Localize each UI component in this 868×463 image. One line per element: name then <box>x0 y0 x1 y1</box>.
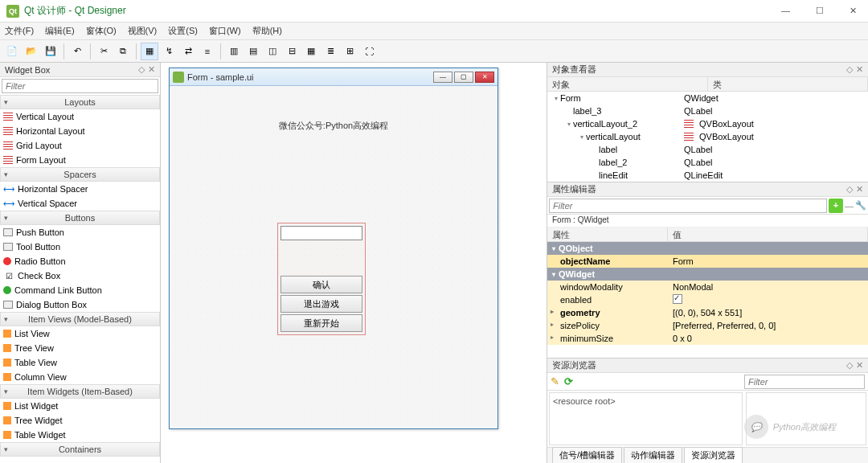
restart-button[interactable]: 重新开始 <box>280 314 362 332</box>
copy-icon[interactable]: ⧉ <box>114 43 132 60</box>
col-value[interactable]: 值 <box>668 227 868 241</box>
widget-box-item[interactable]: Vertical Layout <box>0 109 160 124</box>
dock-close-icon[interactable]: ✕ <box>148 64 155 75</box>
widget-box-item[interactable]: Tree View <box>0 341 160 355</box>
dock-close-icon[interactable]: ✕ <box>856 184 863 195</box>
break-layout-icon[interactable]: ⊞ <box>341 43 358 60</box>
resource-root-label[interactable]: <resource root> <box>553 396 616 406</box>
property-group-header[interactable]: ▾QObject <box>547 242 868 255</box>
dock-close-icon[interactable]: ✕ <box>856 64 863 75</box>
tab-action-editor[interactable]: 动作编辑器 <box>624 447 682 463</box>
edit-buddies-icon[interactable]: ⇄ <box>179 43 197 60</box>
widget-box-item[interactable]: Horizontal Layout <box>0 124 160 138</box>
widget-box-item[interactable]: List View <box>0 326 160 341</box>
widget-box-filter[interactable] <box>2 79 158 93</box>
vertical-layout-selection[interactable]: 确认 退出游戏 重新开始 <box>277 223 366 335</box>
dock-float-icon[interactable]: ◇ <box>846 184 853 195</box>
category-header[interactable]: ▾Layouts <box>0 95 160 109</box>
widget-box-item[interactable]: Radio Button <box>0 254 160 268</box>
layout-form-icon[interactable]: ≣ <box>321 43 339 60</box>
design-canvas[interactable]: Form - sample.ui — ▢ ✕ 微信公众号:Python高效编程 … <box>161 63 547 463</box>
dock-float-icon[interactable]: ◇ <box>846 64 853 75</box>
widget-box-item[interactable]: Grid Layout <box>0 138 160 153</box>
property-group-header[interactable]: ▾QWidget <box>547 268 868 281</box>
property-row[interactable]: ▸minimumSize0 x 0 <box>547 332 868 345</box>
lineedit-widget[interactable] <box>280 226 362 240</box>
property-row[interactable]: windowModalityNonModal <box>547 281 868 293</box>
exit-game-button[interactable]: 退出游戏 <box>280 295 362 313</box>
category-header[interactable]: ▾Buttons <box>0 211 160 225</box>
resource-tree[interactable]: <resource root> <box>549 392 743 445</box>
open-icon[interactable]: 📂 <box>23 43 40 60</box>
object-tree-row[interactable]: label_3QLabel <box>547 104 868 117</box>
layout-v-icon[interactable]: ▤ <box>244 43 262 60</box>
object-tree-row[interactable]: labelQLabel <box>547 143 868 156</box>
widget-box-item[interactable]: Table View <box>0 355 160 370</box>
save-icon[interactable]: 💾 <box>42 43 59 60</box>
widget-box-item[interactable]: Form Layout <box>0 153 160 167</box>
menu-help[interactable]: 帮助(H) <box>252 25 282 37</box>
remove-property-icon[interactable]: — <box>845 201 854 211</box>
col-object[interactable]: 对象 <box>547 77 708 91</box>
widget-box-item[interactable]: Command Link Button <box>0 283 160 297</box>
form-body[interactable]: 微信公众号:Python高效编程 确认 退出游戏 重新开始 <box>170 86 497 428</box>
tab-signal-slot[interactable]: 信号/槽编辑器 <box>552 447 622 463</box>
menu-window[interactable]: 窗口(W) <box>209 25 241 37</box>
menu-view[interactable]: 视图(V) <box>128 25 158 37</box>
widget-box-item[interactable]: Tool Button <box>0 240 160 254</box>
widget-box-item[interactable]: Table Widget <box>0 428 160 442</box>
object-tree-row[interactable]: lineEditQLineEdit <box>547 169 868 182</box>
property-config-icon[interactable]: 🔧 <box>855 200 866 211</box>
widget-box-item[interactable]: ☑Check Box <box>0 268 160 283</box>
layout-vsplit-icon[interactable]: ⊟ <box>283 43 301 60</box>
layout-hsplit-icon[interactable]: ◫ <box>264 43 281 60</box>
edit-resources-icon[interactable]: ✎ <box>551 375 559 387</box>
resource-filter[interactable] <box>744 375 865 389</box>
object-tree-row[interactable]: label_2QLabel <box>547 156 868 169</box>
category-header[interactable]: ▾Spacers <box>0 167 160 182</box>
reload-icon[interactable]: ⟳ <box>564 375 573 387</box>
widget-box-item[interactable]: Dialog Button Box <box>0 297 160 312</box>
property-row[interactable]: ▸sizePolicy[Preferred, Preferred, 0, 0] <box>547 319 868 332</box>
property-filter[interactable] <box>549 199 827 213</box>
dock-float-icon[interactable]: ◇ <box>138 64 145 75</box>
dock-float-icon[interactable]: ◇ <box>846 360 853 371</box>
category-header[interactable]: ▾Item Views (Model-Based) <box>0 312 160 326</box>
dock-close-icon[interactable]: ✕ <box>856 360 863 371</box>
widget-box-item[interactable]: ⟷Vertical Spacer <box>0 196 160 211</box>
property-row[interactable]: objectNameForm <box>547 255 868 268</box>
object-tree-row[interactable]: ▾FormQWidget <box>547 92 868 104</box>
widget-box-item[interactable]: Column View <box>0 370 160 384</box>
cut-icon[interactable]: ✂ <box>95 43 113 60</box>
col-property[interactable]: 属性 <box>547 227 668 241</box>
add-dynamic-property-icon[interactable]: + <box>829 199 843 213</box>
object-tree-row[interactable]: ▾verticalLayoutQVBoxLayout <box>547 130 868 143</box>
widget-box-item[interactable]: Push Button <box>0 225 160 240</box>
maximize-icon[interactable]: ☐ <box>811 4 829 18</box>
widget-box-item[interactable]: ⟷Horizontal Spacer <box>0 182 160 196</box>
confirm-button[interactable]: 确认 <box>280 276 362 293</box>
tab-resource-browser[interactable]: 资源浏览器 <box>684 447 743 463</box>
property-row[interactable]: ▸geometry[(0, 0), 504 x 551] <box>547 306 868 319</box>
form-top-label[interactable]: 微信公众号:Python高效编程 <box>170 120 497 132</box>
layout-h-icon[interactable]: ▥ <box>225 43 243 60</box>
adjust-size-icon[interactable]: ⛶ <box>360 43 378 60</box>
undo-icon[interactable]: ↶ <box>68 43 86 60</box>
widget-box-item[interactable]: Tree Widget <box>0 413 160 428</box>
edit-signals-icon[interactable]: ↯ <box>160 43 178 60</box>
menu-settings[interactable]: 设置(S) <box>168 25 198 37</box>
form-close-icon[interactable]: ✕ <box>475 72 494 83</box>
menu-file[interactable]: 文件(F) <box>5 25 34 37</box>
edit-widgets-icon[interactable]: ▦ <box>141 43 158 60</box>
category-header[interactable]: ▾Containers <box>0 442 160 457</box>
category-header[interactable]: ▾Item Widgets (Item-Based) <box>0 384 160 399</box>
edit-taborder-icon[interactable]: ≡ <box>199 43 216 60</box>
menu-edit[interactable]: 编辑(E) <box>45 25 75 37</box>
layout-grid-icon[interactable]: ▦ <box>302 43 320 60</box>
property-row[interactable]: enabled <box>547 293 868 306</box>
minimize-icon[interactable]: — <box>776 4 795 18</box>
new-form-icon[interactable]: 📄 <box>3 43 21 60</box>
form-maximize-icon[interactable]: ▢ <box>454 72 473 83</box>
object-tree-row[interactable]: ▾verticalLayout_2QVBoxLayout <box>547 117 868 130</box>
form-window[interactable]: Form - sample.ui — ▢ ✕ 微信公众号:Python高效编程 … <box>169 68 498 429</box>
